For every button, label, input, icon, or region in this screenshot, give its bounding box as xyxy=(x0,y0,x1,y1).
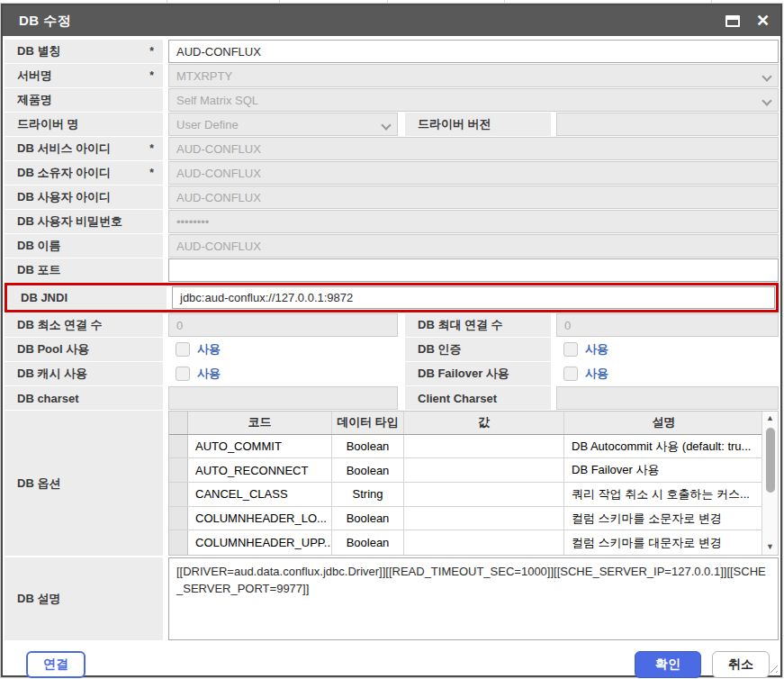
db-pool-checkbox[interactable] xyxy=(176,342,190,357)
db-auth-checkbox[interactable] xyxy=(563,342,578,357)
table-row[interactable]: CANCEL_CLASS String 쿼리 작업 취소 시 호출하는 커스..… xyxy=(169,483,778,507)
scroll-down-icon[interactable]: ▼ xyxy=(766,540,774,555)
cell-desc: 컬럼 스키마를 소문자로 변경 xyxy=(564,507,778,530)
row-db-jndi: DB JNDI jdbc:aud-conflux://127.0.0.1:987… xyxy=(8,286,775,309)
db-jndi-label: DB JNDI xyxy=(8,286,167,309)
row-password: DB 사용자 비밀번호 •••••••• xyxy=(5,210,779,233)
db-name-input: AUD-CONFLUX xyxy=(168,234,779,258)
db-cache-label: DB 캐시 사용 xyxy=(5,362,163,385)
col-header-desc: 설명 xyxy=(564,412,778,434)
cell-value[interactable] xyxy=(404,458,564,482)
cell-value[interactable] xyxy=(404,483,564,506)
row-cache-failover: DB 캐시 사용 사용 DB Failover 사용 사용 xyxy=(5,362,779,385)
max-conn-label: DB 최대 연결 수 xyxy=(405,313,551,337)
db-options-table: 코드 데이터 타입 값 설명 AUTO_COMMIT Boolean DB Au… xyxy=(168,411,779,556)
form-area: DB 별칭* AUD-CONFLUX 서버명* MTXRPTY 제품명 Self… xyxy=(3,36,780,640)
db-failover-check-label: 사용 xyxy=(585,366,608,382)
table-row[interactable]: AUTO_COMMIT Boolean DB Autocommit 사용 (de… xyxy=(169,435,778,459)
maximize-icon[interactable] xyxy=(725,15,740,27)
required-asterisk: * xyxy=(149,45,154,58)
db-charset-input xyxy=(168,386,398,410)
ok-button[interactable]: 확인 xyxy=(635,651,701,678)
table-scrollbar[interactable]: ▲ ▼ xyxy=(761,412,778,555)
row-connections: DB 최소 연결 수 0 DB 최대 연결 수 0 xyxy=(5,313,779,337)
db-pool-check-label: 사용 xyxy=(197,341,221,358)
cell-code: AUTO_COMMIT xyxy=(188,435,332,458)
row-pool-auth: DB Pool 사용 사용 DB 인증 사용 xyxy=(5,338,779,361)
cell-desc: 쿼리 작업 취소 시 호출하는 커스... xyxy=(564,483,778,506)
db-alias-label: DB 별칭* xyxy=(5,40,163,63)
title-bar: DB 수정 ✕ xyxy=(3,5,780,36)
row-product-name: 제품명 Self Matrix SQL xyxy=(5,88,779,112)
row-service-id: DB 서비스 아이디* AUD-CONFLUX xyxy=(5,137,779,160)
product-name-select: Self Matrix SQL xyxy=(168,88,779,112)
row-owner-id: DB 소유자 아이디* AUD-CONFLUX xyxy=(5,161,779,185)
db-cache-check-label: 사용 xyxy=(197,366,221,382)
scrollbar-thumb[interactable] xyxy=(766,428,775,493)
cell-type: Boolean xyxy=(332,507,404,530)
cell-code: COLUMNHEADER_UPP... xyxy=(188,530,332,555)
row-server-name: 서버명* MTXRPTY xyxy=(5,64,779,87)
col-header-value: 값 xyxy=(404,412,564,434)
row-db-alias: DB 별칭* AUD-CONFLUX xyxy=(5,40,779,63)
driver-name-select: User Define xyxy=(168,113,398,136)
db-description-textarea[interactable]: [[DRIVER=aud.data.conflux.jdbc.Driver]][… xyxy=(168,557,779,640)
chevron-down-icon xyxy=(383,122,390,129)
connect-button[interactable]: 연결 xyxy=(26,651,86,678)
db-auth-label: DB 인증 xyxy=(405,338,551,361)
jndi-highlight-box: DB JNDI jdbc:aud-conflux://127.0.0.1:987… xyxy=(5,283,779,312)
cell-code: CANCEL_CLASS xyxy=(188,483,332,506)
cell-value[interactable] xyxy=(404,530,564,555)
table-row[interactable]: AUTO_RECONNECT Boolean DB Failover 사용 xyxy=(169,458,778,483)
screen: DB 수정 ✕ DB 별칭* AUD-CONFLUX 서버명* MTXRPTY … xyxy=(0,0,784,679)
row-charsets: DB charset Client Charset xyxy=(5,386,779,410)
table-row[interactable]: COLUMNHEADER_UPP... Boolean 컬럼 스키마를 대문자로… xyxy=(169,530,778,555)
row-db-name: DB 이름 AUD-CONFLUX xyxy=(5,234,779,258)
user-id-input: AUD-CONFLUX xyxy=(168,186,779,209)
table-row[interactable]: COLUMNHEADER_LO... Boolean 컬럼 스키마를 소문자로 … xyxy=(169,507,778,531)
db-description-band: DB 설명 [[DRIVER=aud.data.conflux.jdbc.Dri… xyxy=(5,557,779,640)
db-options-label: DB 옵션 xyxy=(5,411,163,556)
required-asterisk: * xyxy=(149,167,154,179)
cell-value[interactable] xyxy=(404,507,564,530)
cancel-button[interactable]: 취소 xyxy=(712,651,770,678)
owner-id-label: DB 소유자 아이디* xyxy=(5,161,163,185)
owner-id-input: AUD-CONFLUX xyxy=(168,161,779,185)
close-icon[interactable]: ✕ xyxy=(756,13,770,29)
product-name-label: 제품명 xyxy=(5,88,163,112)
server-name-select: MTXRPTY xyxy=(168,64,779,87)
col-header-type: 데이터 타입 xyxy=(332,412,404,434)
cell-desc: DB Failover 사용 xyxy=(564,458,778,482)
cell-code: AUTO_RECONNECT xyxy=(188,458,332,482)
row-db-port: DB 포트 xyxy=(5,258,779,282)
service-id-label: DB 서비스 아이디* xyxy=(5,137,163,160)
cell-type: Boolean xyxy=(332,530,404,555)
db-port-input[interactable] xyxy=(168,258,779,282)
driver-name-label: 드라이버 명 xyxy=(5,113,163,136)
db-charset-label: DB charset xyxy=(5,386,163,410)
db-alias-input[interactable]: AUD-CONFLUX xyxy=(168,40,779,63)
required-asterisk: * xyxy=(149,69,154,82)
client-charset-input xyxy=(556,386,779,410)
min-conn-input: 0 xyxy=(168,313,398,337)
required-asterisk: * xyxy=(149,142,154,155)
db-failover-checkbox[interactable] xyxy=(563,367,578,381)
max-conn-input: 0 xyxy=(556,313,779,337)
db-auth-check-label: 사용 xyxy=(585,341,608,358)
user-id-label: DB 사용자 아이디 xyxy=(5,186,163,209)
db-cache-checkbox[interactable] xyxy=(176,367,190,381)
cell-desc: 컬럼 스키마를 대문자로 변경 xyxy=(564,530,778,555)
min-conn-label: DB 최소 연결 수 xyxy=(5,313,163,337)
cell-value[interactable] xyxy=(404,435,564,458)
scroll-up-icon[interactable]: ▲ xyxy=(766,412,774,426)
db-jndi-input[interactable]: jdbc:aud-conflux://127.0.0.1:9872 xyxy=(172,286,775,309)
db-edit-dialog: DB 수정 ✕ DB 별칭* AUD-CONFLUX 서버명* MTXRPTY … xyxy=(1,4,782,677)
cell-type: Boolean xyxy=(332,435,404,458)
row-driver: 드라이버 명 User Define 드라이버 버전 xyxy=(5,113,779,136)
db-description-label: DB 설명 xyxy=(5,557,163,640)
password-label: DB 사용자 비밀번호 xyxy=(5,210,163,233)
footer: 연결 확인 취소 xyxy=(3,642,780,678)
col-header-code: 코드 xyxy=(188,412,332,434)
driver-version-input xyxy=(556,113,779,136)
cell-type: String xyxy=(332,483,404,506)
